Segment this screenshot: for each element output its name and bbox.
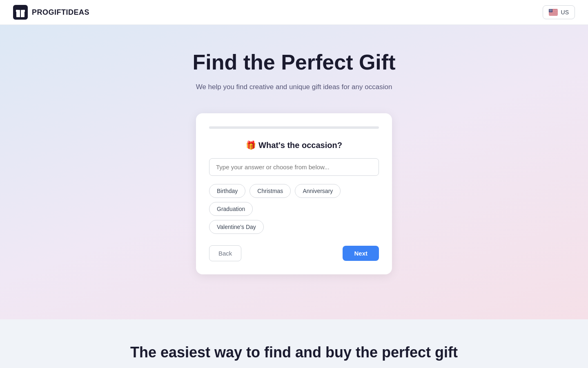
- question-emoji: 🎁: [246, 141, 256, 150]
- svg-point-28: [550, 11, 551, 12]
- card-footer: Back Next: [209, 245, 379, 261]
- bottom-section: The easiest way to find and buy the perf…: [0, 319, 588, 368]
- svg-point-25: [552, 11, 552, 11]
- hero-subtitle: We help you find creative and unique gif…: [13, 81, 575, 92]
- svg-rect-9: [549, 13, 558, 14]
- svg-point-14: [550, 9, 551, 10]
- locale-label: US: [561, 9, 569, 16]
- chip-anniversary[interactable]: Anniversary: [295, 184, 341, 198]
- progress-bar-fill: [209, 126, 234, 129]
- svg-point-15: [551, 9, 551, 10]
- bottom-title: The easiest way to find and buy the perf…: [13, 344, 575, 361]
- logo: PROGIFTIDEAS: [13, 5, 89, 20]
- svg-point-29: [551, 11, 552, 12]
- answer-input[interactable]: [209, 158, 379, 176]
- chip-birthday[interactable]: Birthday: [209, 184, 245, 198]
- next-button[interactable]: Next: [343, 246, 379, 261]
- svg-rect-8: [549, 13, 558, 13]
- progress-bar-container: [209, 126, 379, 129]
- svg-point-19: [550, 10, 551, 11]
- chips-row-2: Valentine's Day: [209, 220, 379, 234]
- logo-icon: [13, 5, 28, 20]
- us-flag-icon: [549, 9, 558, 16]
- svg-point-24: [551, 11, 551, 11]
- header: PROGIFTIDEAS: [0, 0, 588, 25]
- svg-rect-10: [549, 15, 558, 15]
- svg-point-18: [550, 10, 550, 11]
- svg-point-26: [549, 11, 550, 12]
- svg-point-27: [550, 11, 550, 12]
- locale-button[interactable]: US: [543, 5, 575, 19]
- svg-point-22: [550, 11, 550, 11]
- question-label: 🎁What's the occasion?: [209, 140, 379, 150]
- hero-section: Find the Perfect Gift We help you find c…: [0, 25, 588, 319]
- chip-christmas[interactable]: Christmas: [249, 184, 291, 198]
- chips-row: Birthday Christmas Anniversary Graduatio…: [209, 184, 379, 216]
- logo-text: PROGIFTIDEAS: [32, 8, 89, 17]
- svg-point-17: [549, 10, 550, 11]
- svg-point-13: [550, 9, 550, 10]
- chip-valentines[interactable]: Valentine's Day: [209, 220, 264, 234]
- question-card: 🎁What's the occasion? Birthday Christmas…: [196, 113, 392, 274]
- svg-point-12: [549, 9, 550, 10]
- svg-point-23: [550, 11, 551, 11]
- svg-point-21: [549, 11, 550, 11]
- back-button[interactable]: Back: [209, 245, 241, 261]
- svg-point-20: [551, 10, 552, 11]
- chip-graduation[interactable]: Graduation: [209, 202, 253, 216]
- hero-title: Find the Perfect Gift: [13, 49, 575, 75]
- svg-point-16: [552, 9, 552, 10]
